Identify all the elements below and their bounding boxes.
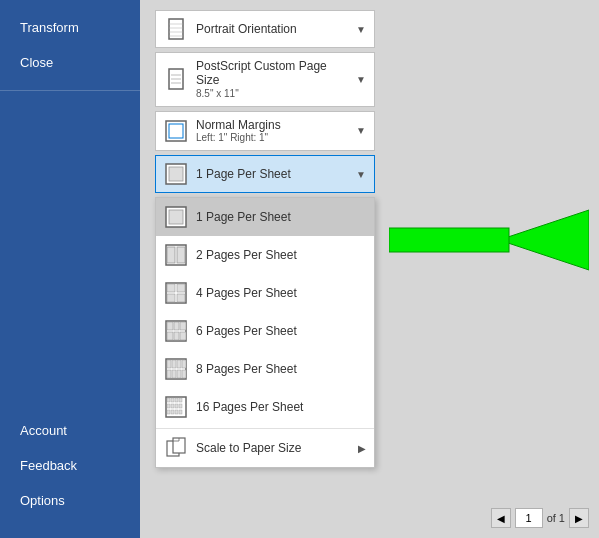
orientation-label: Portrait Orientation	[196, 22, 352, 36]
svg-rect-47	[179, 404, 182, 408]
pagination-current[interactable]	[515, 508, 543, 528]
main-content: Portrait Orientation ▼ PostScript Custom…	[140, 0, 599, 538]
pages-per-sheet-dropdown[interactable]: 1 Page Per Sheet ▼	[155, 155, 375, 193]
menu-item-8pps[interactable]: 8 Pages Per Sheet	[156, 350, 374, 388]
margins-icon	[164, 119, 188, 143]
menu-icon-6pps	[164, 319, 188, 343]
pagination-prev[interactable]: ◀	[491, 508, 511, 528]
sidebar-item-account[interactable]: Account	[0, 413, 140, 448]
pages-per-sheet-arrow-icon: ▼	[356, 169, 366, 180]
menu-item-16pps[interactable]: 16 Pages Per Sheet	[156, 388, 374, 426]
sidebar-bottom: Account Feedback Options	[0, 413, 140, 538]
margins-dropdown[interactable]: Normal Margins Left: 1" Right: 1" ▼	[155, 111, 375, 151]
svg-rect-40	[167, 398, 170, 402]
svg-rect-16	[167, 247, 175, 263]
svg-rect-25	[174, 322, 179, 330]
svg-rect-19	[167, 284, 175, 292]
dropdown-area: Portrait Orientation ▼ PostScript Custom…	[140, 0, 599, 468]
svg-rect-42	[175, 398, 178, 402]
svg-rect-44	[167, 404, 170, 408]
menu-icon-16pps	[164, 395, 188, 419]
svg-rect-27	[167, 332, 173, 340]
svg-rect-37	[177, 370, 181, 378]
menu-item-6pps[interactable]: 6 Pages Per Sheet	[156, 312, 374, 350]
sidebar-item-transform[interactable]: Transform	[0, 10, 140, 45]
svg-rect-43	[179, 398, 182, 402]
pages-per-sheet-label: 1 Page Per Sheet	[196, 167, 352, 181]
sidebar-divider	[0, 90, 140, 91]
menu-item-scale[interactable]: Scale to Paper Size ▶	[156, 428, 374, 467]
svg-rect-29	[180, 332, 186, 340]
svg-rect-24	[167, 322, 173, 330]
orientation-icon	[164, 17, 188, 41]
orientation-arrow-icon: ▼	[356, 24, 366, 35]
pagination-next[interactable]: ▶	[569, 508, 589, 528]
svg-rect-14	[169, 210, 183, 224]
svg-rect-22	[177, 294, 185, 302]
menu-icon-2pps	[164, 243, 188, 267]
orientation-dropdown[interactable]: Portrait Orientation ▼	[155, 10, 375, 48]
pagination-total: of 1	[547, 512, 565, 524]
pages-per-sheet-icon	[164, 162, 188, 186]
svg-rect-48	[167, 410, 170, 414]
margins-arrow-icon: ▼	[356, 125, 366, 136]
menu-item-4pps[interactable]: 4 Pages Per Sheet	[156, 274, 374, 312]
svg-rect-28	[174, 332, 179, 340]
svg-rect-31	[167, 360, 171, 368]
menu-item-2pps[interactable]: 2 Pages Per Sheet	[156, 236, 374, 274]
scale-arrow-icon: ▶	[358, 443, 366, 454]
menu-icon-4pps	[164, 281, 188, 305]
svg-rect-41	[171, 398, 174, 402]
svg-rect-45	[171, 404, 174, 408]
paper-size-label: PostScript Custom Page Size 8.5" x 11"	[196, 59, 352, 100]
svg-rect-33	[177, 360, 181, 368]
svg-rect-21	[167, 294, 175, 302]
margins-label: Normal Margins Left: 1" Right: 1"	[196, 118, 352, 144]
paper-size-arrow-icon: ▼	[356, 74, 366, 85]
menu-item-1pps[interactable]: 1 Page Per Sheet	[156, 198, 374, 236]
svg-rect-32	[172, 360, 176, 368]
svg-rect-34	[182, 360, 186, 368]
svg-rect-20	[177, 284, 185, 292]
paper-size-icon	[164, 67, 188, 91]
menu-icon-8pps	[164, 357, 188, 381]
svg-rect-51	[179, 410, 182, 414]
sidebar-item-close[interactable]: Close	[0, 45, 140, 80]
svg-rect-49	[171, 410, 174, 414]
svg-rect-12	[169, 167, 183, 181]
svg-rect-38	[182, 370, 186, 378]
paper-size-dropdown[interactable]: PostScript Custom Page Size 8.5" x 11" ▼	[155, 52, 375, 107]
svg-rect-26	[180, 322, 186, 330]
svg-rect-36	[172, 370, 176, 378]
pagination: ◀ of 1 ▶	[491, 508, 589, 528]
sidebar-item-options[interactable]: Options	[0, 483, 140, 518]
menu-icon-1pps	[164, 205, 188, 229]
svg-rect-46	[175, 404, 178, 408]
pages-per-sheet-menu: 1 Page Per Sheet 2 Pages Per Sheet	[155, 197, 375, 468]
svg-rect-17	[177, 247, 185, 263]
sidebar: Transform Close Account Feedback Options	[0, 0, 140, 538]
svg-rect-50	[175, 410, 178, 414]
svg-rect-35	[167, 370, 171, 378]
sidebar-item-feedback[interactable]: Feedback	[0, 448, 140, 483]
menu-icon-scale	[164, 436, 188, 460]
